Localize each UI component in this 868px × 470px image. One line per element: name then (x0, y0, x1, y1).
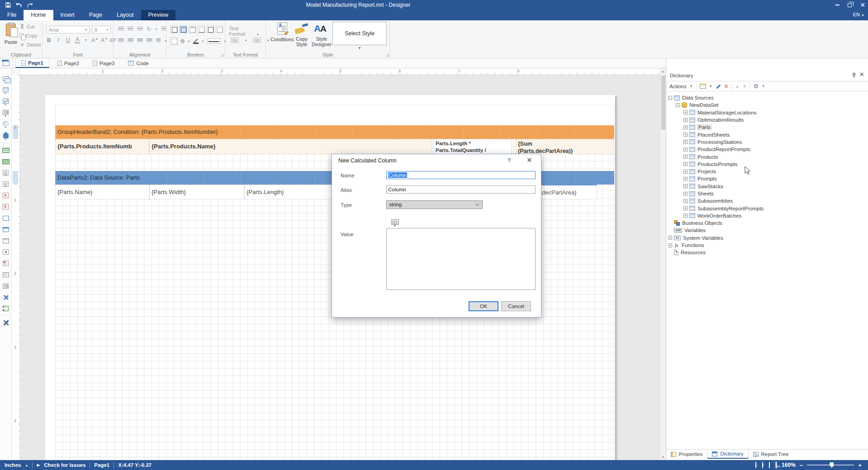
group-cell-name[interactable]: {Parts.Products.Name} (149, 139, 432, 154)
actions-button[interactable]: Actions (669, 84, 687, 89)
paste-button[interactable]: Paste (3, 23, 19, 50)
restore-icon[interactable] (848, 3, 852, 7)
toolbox-tools-button[interactable] (0, 317, 11, 328)
tree-item-optimizationresults[interactable]: +OptimizationResults (666, 116, 868, 123)
help-icon[interactable]: ? (508, 157, 511, 164)
expand-icon[interactable]: + (683, 206, 688, 210)
tree-item-subassemblies[interactable]: +Subassemblies (666, 197, 868, 204)
gallery-dropdown-icon[interactable]: ▼ (358, 46, 361, 50)
zoom-out-button[interactable]: − (800, 462, 803, 469)
tree-item-projects[interactable]: +Projects (666, 168, 868, 175)
tree-item-variables[interactable]: VARVariables (666, 227, 868, 234)
align-middle-icon[interactable] (128, 27, 133, 31)
font-family-select[interactable]: Arial▼ (46, 26, 90, 33)
chevron-down-icon[interactable]: ▼ (762, 85, 765, 88)
language-selector[interactable]: EN▼ (853, 12, 864, 17)
tree-item-productsprompts[interactable]: +ProductsPrompts (666, 161, 868, 168)
align-top-icon[interactable] (118, 27, 124, 31)
toolbox-infographic-button[interactable]: ▸ (0, 97, 11, 108)
delete-button[interactable]: ×Delete (20, 41, 41, 48)
line-spacing-icon[interactable] (156, 38, 161, 43)
redo-button[interactable] (27, 2, 33, 8)
collapse-icon[interactable]: − (676, 103, 680, 107)
tab-dictionary[interactable]: Dictionary (707, 450, 748, 459)
tree-item-prompts[interactable]: +Prompts (666, 175, 868, 182)
copy-button[interactable]: Copy (20, 32, 41, 39)
zoom-slider-thumb[interactable] (830, 462, 834, 468)
editor-toggle-button[interactable]: ▼ (390, 219, 399, 228)
delete-icon[interactable]: ✕ (724, 83, 729, 90)
group-cell-quantity-expression[interactable]: Parts.Length * Parts.TotalQuantity / (433, 139, 512, 154)
fill-color-icon[interactable] (180, 38, 185, 44)
page-manager-button[interactable] (0, 58, 13, 68)
copy-style-button[interactable]: Copy Style (294, 23, 309, 47)
expand-icon[interactable]: + (668, 236, 672, 240)
cancel-button[interactable]: Cancel (501, 301, 531, 311)
rotate-text-icon[interactable]: ↻ (147, 27, 151, 31)
tab-page2[interactable]: Page2 (52, 58, 85, 68)
tree-item-productreportprompts[interactable]: +ProductReportPrompts (666, 146, 868, 153)
fit-page-height-button[interactable]: ↕ (761, 461, 764, 469)
tab-page[interactable]: Page (82, 10, 109, 20)
tab-properties[interactable]: Properties (666, 450, 707, 459)
align-bottom-icon[interactable] (137, 27, 143, 31)
gear-icon[interactable]: ⚙ (754, 83, 759, 89)
expand-icon[interactable]: + (683, 177, 688, 181)
expand-icon[interactable]: + (683, 184, 688, 188)
group-cell-sum-expression[interactable]: {Sum (Parts.decPartArea)} (516, 139, 614, 154)
tree-item-data-sources[interactable]: −Data Sources (666, 94, 868, 101)
top-border-button[interactable] (189, 26, 196, 33)
move-down-icon[interactable]: ▼ (743, 84, 747, 89)
align-left-icon[interactable] (118, 38, 124, 43)
text-wrap-icon[interactable] (161, 27, 166, 31)
italic-button[interactable]: I (56, 37, 61, 43)
scroll-up-icon[interactable]: ▲ (660, 70, 666, 73)
borders-dialog-launcher-icon[interactable]: ◿ (221, 53, 224, 57)
pin-icon[interactable] (852, 72, 856, 80)
toolbox-rich-text-button[interactable] (0, 258, 11, 269)
group-header-band[interactable]: GroupHeaderBand2; Condition: {Parts.Prod… (55, 125, 614, 139)
chevron-down-icon[interactable]: ▼ (690, 85, 693, 88)
right-border-button[interactable] (216, 26, 223, 33)
tree-item-functions[interactable]: +fxFunctions (666, 242, 868, 249)
name-input[interactable]: Column (386, 171, 536, 179)
toolbox-text-red-button[interactable] (0, 190, 11, 201)
data-cell-width[interactable]: {Parts.Width} (149, 185, 244, 199)
toolbox-doc-lines2-button[interactable] (0, 179, 11, 190)
left-border-button[interactable] (207, 26, 214, 33)
shrink-font-button[interactable]: A▼ (101, 37, 106, 43)
undo-button[interactable] (15, 2, 22, 8)
chevron-down-icon[interactable]: ▼ (201, 40, 204, 43)
text-format-button[interactable]: Text Format▼ (229, 26, 266, 37)
edit-icon[interactable] (716, 84, 721, 89)
outside-borders-button[interactable] (180, 26, 187, 33)
expand-icon[interactable]: + (683, 162, 688, 166)
close-icon[interactable]: ✕ (860, 2, 865, 8)
expand-icon[interactable]: + (683, 133, 688, 137)
expand-icon[interactable]: + (683, 170, 688, 174)
bold-button[interactable]: B (46, 37, 52, 43)
expand-icon[interactable]: + (683, 147, 688, 152)
close-icon[interactable]: ✕ (526, 156, 532, 164)
scroll-down-icon[interactable]: ▼ (660, 456, 666, 459)
tab-report-tree[interactable]: Report Tree (749, 450, 793, 459)
expand-icon[interactable]: + (668, 243, 672, 247)
number-format-icon[interactable] (231, 38, 239, 43)
tab-home[interactable]: Home (24, 10, 53, 20)
font-size-select[interactable]: 8▼ (92, 26, 111, 33)
expand-icon[interactable]: + (683, 199, 688, 203)
tree-item-products[interactable]: +Products (666, 153, 868, 160)
bottom-border-button[interactable] (198, 26, 205, 33)
toolbox-image-button[interactable] (0, 269, 11, 280)
style-dialog-launcher-icon[interactable]: ◿ (386, 53, 389, 57)
tree-item-materialstoragelocations[interactable]: +MaterialStorageLocations (666, 109, 868, 116)
data-cell-length[interactable]: {Parts.Length} (244, 185, 339, 199)
toolbox-subreport-button[interactable] (0, 235, 11, 246)
zoom-slider[interactable] (807, 465, 854, 465)
tree-item-sawstacks[interactable]: +SawStacks (666, 183, 868, 190)
underline-button[interactable]: U (65, 37, 71, 43)
save-button[interactable] (5, 2, 11, 8)
font-color-button[interactable]: A (75, 37, 80, 43)
minimize-icon[interactable] (835, 5, 840, 5)
align-center-icon[interactable] (128, 38, 133, 43)
